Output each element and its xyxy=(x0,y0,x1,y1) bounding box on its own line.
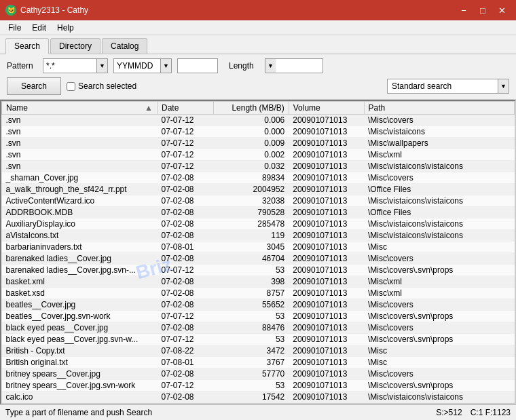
table-row[interactable]: .svn 07-07-12 0.002 200901071013 \Misc\x… xyxy=(2,149,515,161)
tab-catalog[interactable]: Catalog xyxy=(102,38,147,54)
table-row[interactable]: barbarianinvaders.txt 07-08-01 3045 2009… xyxy=(2,242,515,253)
cell-date: 07-08-22 xyxy=(157,345,213,357)
cell-date: 07-07-12 xyxy=(157,126,213,138)
pattern-input[interactable] xyxy=(43,58,97,73)
cell-length: 57770 xyxy=(214,368,289,380)
table-row[interactable]: British - Copy.txt 07-08-22 3472 2009010… xyxy=(2,345,515,357)
pattern-combo: ▼ xyxy=(43,58,108,73)
cell-volume: 200901071013 xyxy=(289,311,364,322)
length-label: Length xyxy=(229,61,259,71)
cell-length: 55652 xyxy=(214,299,289,311)
cell-volume: 200901071013 xyxy=(289,265,364,276)
cell-name: basket.xsd xyxy=(2,288,158,299)
col-volume[interactable]: Volume xyxy=(289,102,364,115)
menu-file[interactable]: File xyxy=(3,22,26,34)
maximize-button[interactable]: □ xyxy=(474,3,492,17)
table-row[interactable]: ADDRBOOK.MDB 07-02-08 790528 20090107101… xyxy=(2,207,515,218)
table-row[interactable]: ActiveContentWizard.ico 07-02-08 32038 2… xyxy=(2,195,515,207)
cell-name: .svn xyxy=(2,149,158,161)
minimize-button[interactable]: − xyxy=(455,3,473,17)
table-row[interactable]: barenaked ladies__Cover.jpg.svn-... 07-0… xyxy=(2,265,515,276)
cell-path: \Misc\covers xyxy=(364,299,515,311)
cell-length: 17542 xyxy=(214,392,289,403)
cell-date: 07-02-08 xyxy=(157,230,213,242)
table-row[interactable]: .svn 07-07-12 0.006 200901071013 \Misc\c… xyxy=(2,115,515,126)
cell-date: 07-02-08 xyxy=(157,172,213,184)
pattern-label: Pattern xyxy=(7,61,37,71)
cell-volume: 200901071013 xyxy=(289,230,364,242)
cell-volume: 200901071013 xyxy=(289,322,364,334)
cell-date: 07-02-08 xyxy=(157,368,213,380)
cell-date: 07-02-08 xyxy=(157,276,213,288)
table-row[interactable]: aVistaIcons.txt 07-02-08 119 20090107101… xyxy=(2,230,515,242)
table-row[interactable]: a_walk_through_the_sf424_rr.ppt 07-02-08… xyxy=(2,184,515,195)
table-row[interactable]: beatles__Cover.jpg 07-02-08 55652 200901… xyxy=(2,299,515,311)
search-selected-checkbox[interactable] xyxy=(67,82,75,91)
cell-length: 2004952 xyxy=(214,184,289,195)
col-name[interactable]: Name ▲ xyxy=(2,102,158,115)
cell-volume: 200901071013 xyxy=(289,357,364,368)
cell-volume: 200901071013 xyxy=(289,218,364,230)
table-row[interactable]: barenaked ladies__Cover.jpg 07-02-08 467… xyxy=(2,253,515,265)
table-row[interactable]: AuxiliaryDisplay.ico 07-02-08 285478 200… xyxy=(2,218,515,230)
cell-path: \Office Files xyxy=(364,207,515,218)
cell-length: 0.006 xyxy=(214,115,289,126)
length-input[interactable] xyxy=(276,58,323,73)
cell-volume: 200901071013 xyxy=(289,380,364,392)
table-row[interactable]: basket.xml 07-02-08 398 200901071013 \Mi… xyxy=(2,276,515,288)
cell-volume: 200901071013 xyxy=(289,392,364,403)
table-row[interactable]: beatles__Cover.jpg.svn-work 07-07-12 53 … xyxy=(2,311,515,322)
cell-path: \Misc\covers\.svn\props xyxy=(364,265,515,276)
date-dropdown-btn[interactable]: ▼ xyxy=(161,58,172,73)
file-count: C:1 F:1123 xyxy=(471,408,511,417)
results-table: Name ▲ Date Length (MB/B) Volume Path .s… xyxy=(1,101,515,404)
tab-bar: Search Directory Catalog xyxy=(0,35,516,54)
table-row[interactable]: britney spears__Cover.jpg.svn-work 07-07… xyxy=(2,380,515,392)
cell-volume: 200901071013 xyxy=(289,345,364,357)
table-row[interactable]: black eyed peas__Cover.jpg 07-02-08 8847… xyxy=(2,322,515,334)
table-header-row: Name ▲ Date Length (MB/B) Volume Path xyxy=(2,102,515,115)
length-dropdown-btn[interactable]: ▼ xyxy=(265,58,276,73)
date-end-input[interactable] xyxy=(177,58,218,73)
cell-path: \Misc\covers xyxy=(364,322,515,334)
table-row[interactable]: .svn 07-07-12 0.000 200901071013 \Misc\v… xyxy=(2,126,515,138)
title-bar-controls: − □ ✕ xyxy=(455,3,511,17)
table-row[interactable]: calc.ico 07-02-08 17542 200901071013 \Mi… xyxy=(2,392,515,403)
cell-length: 0.009 xyxy=(214,138,289,149)
cell-name: ActiveContentWizard.ico xyxy=(2,195,158,207)
col-length[interactable]: Length (MB/B) xyxy=(214,102,289,115)
cell-length: 8757 xyxy=(214,288,289,299)
cell-date: 07-07-12 xyxy=(157,161,213,172)
cell-path: \Misc\vistaicons\vistaicons xyxy=(364,230,515,242)
cell-path: \Misc\covers xyxy=(364,172,515,184)
menu-edit[interactable]: Edit xyxy=(26,22,52,34)
pattern-dropdown-btn[interactable]: ▼ xyxy=(97,58,108,73)
cell-path: \Misc xyxy=(364,242,515,253)
table-row[interactable]: _shaman_Cover.jpg 07-02-08 89834 2009010… xyxy=(2,172,515,184)
standard-search-dropdown-btn[interactable]: ▼ xyxy=(498,79,509,94)
cell-date: 07-07-12 xyxy=(157,334,213,345)
table-row[interactable]: black eyed peas__Cover.jpg.svn-w... 07-0… xyxy=(2,334,515,345)
cell-name: .svn xyxy=(2,161,158,172)
cell-name: ADDRBOOK.MDB xyxy=(2,207,158,218)
table-row[interactable]: British original.txt 07-08-01 3767 20090… xyxy=(2,357,515,368)
status-message: Type a part of filename and push Search xyxy=(5,408,152,417)
menu-help[interactable]: Help xyxy=(52,22,79,34)
table-row[interactable]: .svn 07-07-12 0.032 200901071013 \Misc\v… xyxy=(2,161,515,172)
cell-path: \Misc xyxy=(364,357,515,368)
close-button[interactable]: ✕ xyxy=(493,3,511,17)
col-path[interactable]: Path xyxy=(364,102,515,115)
date-input[interactable] xyxy=(113,58,161,73)
col-date[interactable]: Date xyxy=(157,102,213,115)
standard-search-input[interactable] xyxy=(387,79,498,94)
cell-name: _shaman_Cover.jpg xyxy=(2,172,158,184)
cell-volume: 200901071013 xyxy=(289,253,364,265)
table-row[interactable]: basket.xsd 07-02-08 8757 200901071013 \M… xyxy=(2,288,515,299)
table-row[interactable]: britney spears__Cover.jpg 07-02-08 57770… xyxy=(2,368,515,380)
tab-directory[interactable]: Directory xyxy=(50,38,100,54)
table-row[interactable]: .svn 07-07-12 0.009 200901071013 \Misc\w… xyxy=(2,138,515,149)
tab-search[interactable]: Search xyxy=(5,38,49,54)
search-button[interactable]: Search xyxy=(7,77,61,95)
cell-volume: 200901071013 xyxy=(289,138,364,149)
cell-name: black eyed peas__Cover.jpg.svn-w... xyxy=(2,334,158,345)
